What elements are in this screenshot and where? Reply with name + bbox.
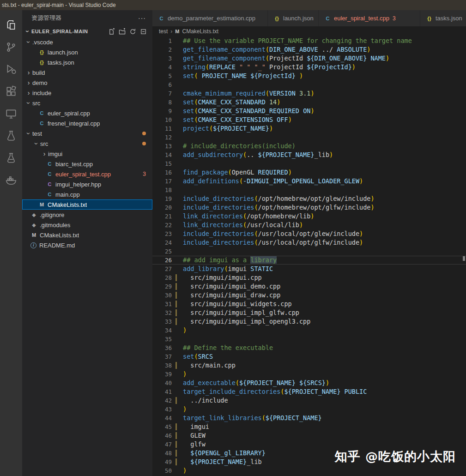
- code-line-16[interactable]: 16find_package(OpenGL REQUIRED): [152, 168, 466, 177]
- code-line-26[interactable]: 26## add imgui as a library: [152, 256, 466, 265]
- code-line-3[interactable]: 3get_filename_component(ProjectId ${DIR_…: [152, 54, 466, 63]
- code-line-15[interactable]: 15: [152, 159, 466, 168]
- file-.gitmodules[interactable]: ◆.gitmodules: [22, 220, 152, 230]
- line-text: GLEW: [172, 431, 206, 440]
- code-line-36[interactable]: 36## Define the executable: [152, 343, 466, 352]
- line-number: 20: [152, 203, 172, 212]
- file-fresnel_integral.cpp[interactable]: Cfresnel_integral.cpp: [22, 118, 152, 128]
- code-line-18[interactable]: 18: [152, 186, 466, 194]
- code-line-24[interactable]: 24include_directories(/usr/local/opt/glf…: [152, 238, 466, 247]
- source-control-icon[interactable]: [0, 36, 22, 58]
- breadcrumb-file[interactable]: CMakeLists.txt: [182, 28, 219, 35]
- code-line-37[interactable]: 37set(SRCS: [152, 352, 466, 361]
- code-line-40[interactable]: 40add_executable(${PROJECT_NAME} ${SRCS}…: [152, 379, 466, 387]
- file-CMakeLists.txt[interactable]: MCMakeLists.txt: [22, 230, 152, 240]
- code-line-28[interactable]: 28 src/imgui/imgui.cpp: [152, 273, 466, 282]
- chevron-down-icon: ›: [25, 99, 32, 107]
- code-line-22[interactable]: 22link_directories(/usr/local/lib): [152, 221, 466, 229]
- line-number: 16: [152, 168, 172, 177]
- file-launch.json[interactable]: {}launch.json: [22, 47, 152, 57]
- code-line-45[interactable]: 45 imgui: [152, 422, 466, 431]
- tab-demo_parameter_estimation.cpp[interactable]: Cdemo_parameter_estimation.cpp: [152, 10, 268, 26]
- code-line-27[interactable]: 27add_library(imgui STATIC: [152, 265, 466, 273]
- more-actions-icon[interactable]: ···: [138, 14, 146, 22]
- file-euler_spiral.cpp[interactable]: Ceuler_spiral.cpp: [22, 108, 152, 118]
- folder-include[interactable]: ›include: [22, 88, 152, 98]
- file-README.md[interactable]: iREADME.md: [22, 240, 152, 250]
- breadcrumb[interactable]: test › M CMakeLists.txt: [152, 26, 466, 36]
- tab-label: tasks.json: [436, 15, 462, 22]
- code-line-19[interactable]: 19include_directories(/opt/homebrew/opt/…: [152, 194, 466, 203]
- testing-icon[interactable]: [0, 125, 22, 147]
- explorer-icon[interactable]: [0, 14, 22, 36]
- code-line-5[interactable]: 5set( PROJECT_NAME ${ProjectId} ): [152, 72, 466, 80]
- file-imgui_helper.hpp[interactable]: Cimgui_helper.hpp: [22, 179, 152, 189]
- docker-icon[interactable]: [0, 169, 22, 191]
- code-line-34[interactable]: 34): [152, 326, 466, 335]
- code-line-47[interactable]: 47 glfw: [152, 440, 466, 449]
- collapse-all-icon[interactable]: [140, 28, 147, 35]
- folder-imgui[interactable]: ›imgui: [22, 149, 152, 159]
- new-file-icon[interactable]: [108, 28, 115, 35]
- lab-icon[interactable]: [0, 147, 22, 169]
- folder-demo[interactable]: ›demo: [22, 78, 152, 88]
- file-main.cpp[interactable]: Cmain.cpp: [22, 189, 152, 199]
- code-line-4[interactable]: 4string(REPLACE " " "_" ProjectId ${Proj…: [152, 63, 466, 72]
- code-line-23[interactable]: 23include_directories(/usr/local/opt/gle…: [152, 229, 466, 238]
- code-line-46[interactable]: 46 GLEW: [152, 431, 466, 440]
- code-line-42[interactable]: 42 ../include: [152, 396, 466, 405]
- code-line-25[interactable]: 25: [152, 247, 466, 256]
- code-line-14[interactable]: 14add_subdirectory(.. ${PROJECT_NAME}_li…: [152, 151, 466, 159]
- folder-test[interactable]: ›test: [22, 128, 152, 139]
- code-line-17[interactable]: 17add_definitions(-DIMGUI_IMPL_OPENGL_LO…: [152, 177, 466, 186]
- code-line-41[interactable]: 41target_include_directories(${PROJECT_N…: [152, 387, 466, 396]
- breadcrumb-folder[interactable]: test: [159, 28, 168, 35]
- code-line-7[interactable]: 7cmake_minimum_required(VERSION 3.1): [152, 89, 466, 98]
- active-indent-guide: [176, 423, 177, 430]
- code-line-10[interactable]: 10set(CMAKE_CXX_EXTENSIONS OFF): [152, 115, 466, 124]
- remote-explorer-icon[interactable]: [0, 102, 22, 125]
- code-line-2[interactable]: 2get_filename_component(DIR_ONE_ABOVE ..…: [152, 45, 466, 54]
- run-debug-icon[interactable]: [0, 58, 22, 80]
- file-euler_spiral_test.cpp[interactable]: Ceuler_spiral_test.cpp3: [22, 169, 152, 179]
- code-line-13[interactable]: 13# include_directories(include): [152, 142, 466, 151]
- code-line-9[interactable]: 9set(CMAKE_CXX_STANDARD_REQUIRED ON): [152, 107, 466, 115]
- code-line-11[interactable]: 11project(${PROJECT_NAME}): [152, 124, 466, 133]
- tab-euler_spiral_test.cpp[interactable]: Ceuler_spiral_test.cpp3: [319, 10, 420, 26]
- project-section-header[interactable]: › EULER_SPIRAL-MAIN: [22, 26, 152, 37]
- code-line-35[interactable]: 35: [152, 335, 466, 343]
- folder-build[interactable]: ›build: [22, 67, 152, 78]
- window-titlebar[interactable]: sts.txt - euler_spiral-main - Visual Stu…: [0, 0, 466, 10]
- code-line-38[interactable]: 38 src/main.cpp: [152, 361, 466, 370]
- code-line-43[interactable]: 43): [152, 405, 466, 414]
- line-number: 19: [152, 194, 172, 203]
- file-biarc_test.cpp[interactable]: Cbiarc_test.cpp: [22, 159, 152, 169]
- tab-tasks.json[interactable]: {}tasks.json: [420, 10, 466, 26]
- code-line-20[interactable]: 20include_directories(/opt/homebrew/opt/…: [152, 203, 466, 212]
- code-line-30[interactable]: 30 src/imgui/imgui_draw.cpp: [152, 291, 466, 300]
- extensions-icon[interactable]: [0, 80, 22, 102]
- code-line-6[interactable]: 6: [152, 80, 466, 89]
- code-line-39[interactable]: 39): [152, 370, 466, 379]
- code-line-8[interactable]: 8set(CMAKE_CXX_STANDARD 14): [152, 98, 466, 107]
- folder-src[interactable]: ›src: [22, 98, 152, 108]
- refresh-icon[interactable]: [129, 28, 136, 35]
- code-line-50[interactable]: 50): [152, 466, 466, 475]
- file-CMakeLists.txt[interactable]: MCMakeLists.txt: [22, 199, 152, 210]
- code-line-29[interactable]: 29 src/imgui/imgui_demo.cpp: [152, 282, 466, 291]
- file-.gitignore[interactable]: ◆.gitignore: [22, 210, 152, 220]
- json-file-icon: {}: [273, 16, 280, 21]
- code-line-21[interactable]: 21link_directories(/opt/homebrew/lib): [152, 212, 466, 221]
- code-line-31[interactable]: 31 src/imgui/imgui_widgets.cpp: [152, 300, 466, 308]
- folder-.vscode[interactable]: ›.vscode: [22, 37, 152, 47]
- code-line-12[interactable]: 12: [152, 133, 466, 142]
- tab-launch.json[interactable]: {}launch.json: [268, 10, 319, 26]
- new-folder-icon[interactable]: [119, 28, 126, 35]
- code-line-1[interactable]: 1## Use the variable PROJECT_NAME for ch…: [152, 36, 466, 45]
- code-line-33[interactable]: 33 src/imgui/imgui_impl_opengl3.cpp: [152, 317, 466, 326]
- code-line-32[interactable]: 32 src/imgui/imgui_impl_glfw.cpp: [152, 308, 466, 317]
- file-tasks.json[interactable]: {}tasks.json: [22, 57, 152, 67]
- code-editor[interactable]: 1## Use the variable PROJECT_NAME for ch…: [152, 36, 466, 476]
- code-line-44[interactable]: 44target_link_libraries(${PROJECT_NAME}: [152, 414, 466, 422]
- folder-src[interactable]: ›src: [22, 139, 152, 149]
